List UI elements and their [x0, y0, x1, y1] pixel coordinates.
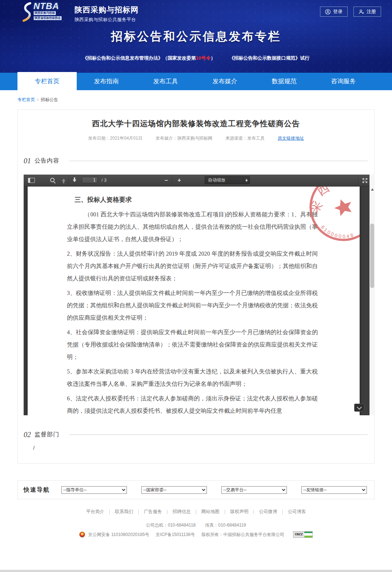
notice-left-close: ） [211, 55, 215, 61]
register-button[interactable]: 注册 [353, 7, 381, 17]
fullscreen-button[interactable] [360, 175, 370, 186]
pdf-page: 西 采 610000048 三、投标人资格要求 （001 西北大学十四运场馆内部… [28, 187, 360, 415]
footer-link[interactable]: 网站地图 [201, 509, 220, 514]
nav-tab-publish-guide[interactable]: 发布指南 [77, 73, 136, 90]
pdf-scrollbar[interactable] [369, 175, 375, 415]
fax-label: 传真： [205, 523, 218, 528]
zoom-level-label: 自动缩放 [208, 177, 225, 183]
user-icon [325, 9, 331, 15]
footer-link[interactable]: 招聘信息 [172, 509, 191, 514]
scrollbar-up-arrow-icon[interactable] [371, 188, 374, 191]
quick-nav-select-trading-platforms[interactable]: --交易平台-- [221, 486, 287, 494]
doc-paragraph: 3、税收缴纳证明：法人提供响应文件截止时间前一年内至少一个月已缴纳的增值税或企业… [67, 287, 318, 324]
toolbar-separator [69, 176, 69, 184]
pdf-content-area[interactable]: 西 采 610000048 三、投标人资格要求 （001 西北大学十四运场馆内部… [24, 187, 369, 415]
footer-link[interactable]: 平台简介 [86, 509, 104, 514]
page-number-input[interactable] [82, 177, 98, 183]
logo-text: NTBA [33, 2, 62, 10]
section-01-heading: 01 公告内容 [24, 157, 374, 165]
footer-links: 平台简介|联系我们|广告服务|招聘信息|网站地图|版权声明|公司微博|公司博客 [0, 509, 392, 515]
cnzz-flag-icon [304, 532, 312, 537]
quick-nav-select-friend-links[interactable]: --友情链接-- [301, 486, 367, 494]
police-badge-icon [79, 532, 85, 537]
scrollbar-thumb[interactable] [370, 224, 374, 288]
fax-value: 010-68484119 [218, 523, 246, 528]
meta-source-channel: 来源渠道：发布工具 [225, 135, 265, 141]
site-logo[interactable]: NTBA 陕西采购与招标 陕西省招标投标协会 [20, 2, 62, 22]
toolbar-separator [358, 176, 359, 184]
article-card: 西北大学十四运场馆内部装修装饰改造工程竞争性磋商公告 发布日期：2021年04月… [17, 109, 375, 464]
arrow-down-icon [73, 180, 76, 184]
notice-red-text: 10号令 [196, 55, 211, 61]
banner-title: 招标公告和公示信息发布专栏 [0, 29, 392, 45]
auth-buttons: 登录 注册 [314, 7, 381, 17]
section-02-title: 监督部门 [35, 431, 59, 439]
article-title: 西北大学十四运场馆内部装修装饰改造工程竞争性磋商公告 [32, 119, 360, 129]
footer-link[interactable]: 公司微博 [259, 509, 277, 514]
breadcrumb-current: 招标公告 [41, 97, 58, 102]
notice-left: 《招标公告和公示信息发布管理办法》（国家发改委第 [83, 55, 196, 61]
copyright-text: 版权所有：中国招标公共服务平台有限公司 [201, 532, 284, 538]
nav-tab-consult-service[interactable]: 咨询服务 [314, 73, 373, 90]
search-icon [50, 178, 55, 182]
section-02-number: 02 [24, 431, 31, 439]
zoom-out-button[interactable]: − [161, 175, 171, 186]
find-button[interactable] [48, 175, 58, 186]
select-arrows-icon [243, 178, 248, 183]
site-title-block: 陕西采购与招标网 陕西采购与招标公共服务平台 [75, 5, 139, 23]
footer-legal: 京公网安备 11010802020185号 京ICP备15011138号 版权所… [0, 531, 392, 538]
site-header: NTBA 陕西采购与招标 陕西省招标投标协会 陕西采购与招标网 陕西采购与招标公… [0, 0, 392, 73]
footer: 平台简介|联系我们|广告服务|招聘信息|网站地图|版权声明|公司微博|公司博客 … [0, 509, 392, 538]
doc-paragraph: 5、参加本次采购活动前 3 年内在经营活动中没有重大违纪，以及未被列入失信被执行… [67, 365, 318, 390]
sidebar-toggle-button[interactable] [26, 175, 37, 186]
logo-subtext-1: 陕西采购与招标 [33, 11, 56, 15]
page-up-button[interactable] [59, 175, 69, 186]
meta-publish-media: 发布媒介：陕西采购与招标网 [156, 135, 212, 141]
login-button[interactable]: 登录 [320, 7, 348, 17]
pdf-viewer: / 3 − + 自动缩放 [24, 175, 375, 415]
site-name: 陕西采购与招标网 [75, 5, 139, 15]
footer-link[interactable]: 联系我们 [115, 509, 133, 514]
notice-right: 《招标公告和公示数据接口规范》试行 [229, 55, 309, 61]
scroll-down-button[interactable] [354, 404, 364, 412]
quick-nav-select-ministries[interactable]: --国家部委-- [141, 486, 207, 494]
banner-notice: 《招标公告和公示信息发布管理办法》（国家发改委第10号令）《招标公告和公示数据接… [0, 55, 392, 61]
plus-icon: + [177, 175, 181, 186]
arrow-up-icon [62, 177, 65, 181]
original-link[interactable]: 原文链接地址 [278, 135, 304, 141]
chevron-down-icon [357, 405, 362, 410]
quick-nav-label: 快速导航 [24, 486, 50, 494]
section-rule [69, 161, 368, 161]
minus-icon: − [164, 175, 168, 186]
footer-link[interactable]: 版权声明 [230, 509, 248, 514]
footer-contact: 公司总机：010-68484118传真：010-68484119 [0, 522, 392, 528]
nav-tab-publish-media[interactable]: 发布媒介 [195, 73, 255, 90]
nav-tab-data-standard[interactable]: 数据规范 [255, 73, 314, 90]
site-subtitle: 陕西采购与招标公共服务平台 [75, 17, 139, 23]
page-count: / 3 [101, 175, 107, 186]
cnzz-badge[interactable]: CNZZ [293, 531, 313, 538]
beian-gongan-link[interactable]: 京公网安备 11010802020185号 [88, 532, 149, 538]
doc-paragraph: 2、财务状况报告：法人提供经审计的 2019 年度或 2020 年度的财务报告或… [67, 248, 318, 285]
doc-heading: 三、投标人资格要求 [75, 195, 318, 204]
nav-tab-publish-tool[interactable]: 发布工具 [136, 73, 195, 90]
quick-nav-select-guide-units[interactable]: --指导单位-- [61, 486, 127, 494]
footer-link[interactable]: 公司博客 [288, 509, 306, 514]
supervision-dept-value: / [33, 445, 374, 451]
footer-link[interactable]: 广告服务 [144, 509, 162, 514]
page-down-button[interactable] [69, 175, 80, 186]
section-rule [69, 435, 368, 435]
section-02-heading: 02 监督部门 [24, 431, 374, 439]
login-label: 登录 [333, 8, 343, 15]
zoom-level-select[interactable]: 自动缩放 [205, 176, 250, 184]
sidebar-toggle-icon [28, 178, 35, 183]
beian-icp-link[interactable]: 京ICP备15011138号 [156, 532, 195, 538]
meta-publish-date: 发布日期：2021年04月01日 [88, 135, 142, 141]
nav-tab-home[interactable]: 专栏首页 [17, 72, 77, 93]
register-label: 注册 [367, 8, 376, 15]
pdf-toolbar: / 3 − + 自动缩放 [24, 175, 369, 187]
breadcrumb-home-link[interactable]: 专栏首页 [17, 97, 35, 102]
cnzz-label: CNZZ [293, 532, 304, 537]
user-plus-icon [359, 9, 364, 15]
zoom-in-button[interactable]: + [174, 175, 184, 186]
